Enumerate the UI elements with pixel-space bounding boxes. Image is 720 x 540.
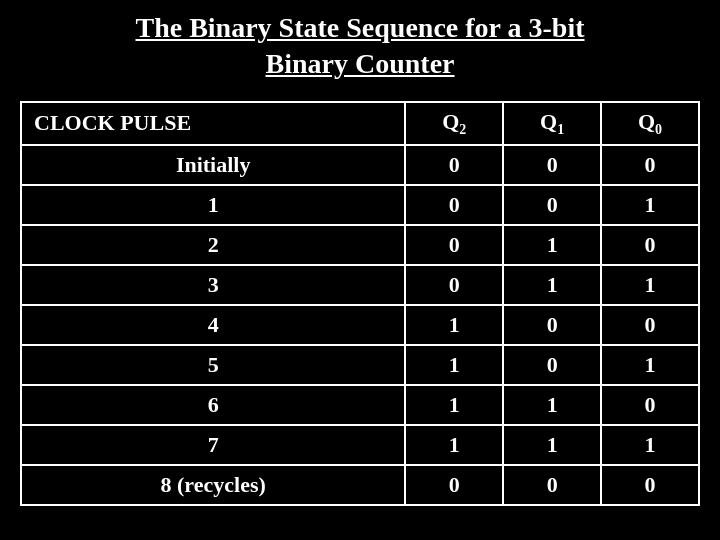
binary-counter-table: CLOCK PULSE Q2 Q1 Q0 Initially0001001201… bbox=[20, 101, 700, 506]
table-row: 5101 bbox=[21, 345, 699, 385]
col-q0-header: Q0 bbox=[601, 102, 699, 145]
cell-q0-1: 1 bbox=[601, 185, 699, 225]
cell-pulse-1: 1 bbox=[21, 185, 405, 225]
cell-q2-1: 0 bbox=[405, 185, 503, 225]
cell-q0-5: 1 bbox=[601, 345, 699, 385]
cell-q2-3: 0 bbox=[405, 265, 503, 305]
cell-q0-7: 1 bbox=[601, 425, 699, 465]
cell-q1-0: 0 bbox=[503, 145, 601, 185]
table-row: 2010 bbox=[21, 225, 699, 265]
cell-pulse-7: 7 bbox=[21, 425, 405, 465]
cell-pulse-3: 3 bbox=[21, 265, 405, 305]
cell-q2-0: 0 bbox=[405, 145, 503, 185]
cell-pulse-6: 6 bbox=[21, 385, 405, 425]
cell-q0-6: 0 bbox=[601, 385, 699, 425]
col-clock-pulse-header: CLOCK PULSE bbox=[21, 102, 405, 145]
col-q1-header: Q1 bbox=[503, 102, 601, 145]
cell-q2-7: 1 bbox=[405, 425, 503, 465]
cell-q1-8: 0 bbox=[503, 465, 601, 505]
table-row: 1001 bbox=[21, 185, 699, 225]
cell-pulse-5: 5 bbox=[21, 345, 405, 385]
cell-q2-4: 1 bbox=[405, 305, 503, 345]
cell-q1-5: 0 bbox=[503, 345, 601, 385]
cell-pulse-0: Initially bbox=[21, 145, 405, 185]
table-header-row: CLOCK PULSE Q2 Q1 Q0 bbox=[21, 102, 699, 145]
table-row: 4100 bbox=[21, 305, 699, 345]
cell-q0-3: 1 bbox=[601, 265, 699, 305]
cell-q0-0: 0 bbox=[601, 145, 699, 185]
cell-q2-6: 1 bbox=[405, 385, 503, 425]
cell-q0-4: 0 bbox=[601, 305, 699, 345]
cell-q0-2: 0 bbox=[601, 225, 699, 265]
table-row: 8 (recycles)000 bbox=[21, 465, 699, 505]
cell-pulse-2: 2 bbox=[21, 225, 405, 265]
col-q2-header: Q2 bbox=[405, 102, 503, 145]
cell-q2-2: 0 bbox=[405, 225, 503, 265]
table-row: 3011 bbox=[21, 265, 699, 305]
table-row: 7111 bbox=[21, 425, 699, 465]
cell-pulse-8: 8 (recycles) bbox=[21, 465, 405, 505]
cell-q1-3: 1 bbox=[503, 265, 601, 305]
table-row: 6110 bbox=[21, 385, 699, 425]
table-row: Initially000 bbox=[21, 145, 699, 185]
cell-q2-5: 1 bbox=[405, 345, 503, 385]
cell-q1-6: 1 bbox=[503, 385, 601, 425]
cell-q2-8: 0 bbox=[405, 465, 503, 505]
page-title: The Binary State Sequence for a 3-bit Bi… bbox=[135, 10, 584, 83]
cell-q0-8: 0 bbox=[601, 465, 699, 505]
cell-q1-4: 0 bbox=[503, 305, 601, 345]
cell-q1-7: 1 bbox=[503, 425, 601, 465]
cell-q1-1: 0 bbox=[503, 185, 601, 225]
cell-q1-2: 1 bbox=[503, 225, 601, 265]
table-container: CLOCK PULSE Q2 Q1 Q0 Initially0001001201… bbox=[20, 101, 700, 506]
cell-pulse-4: 4 bbox=[21, 305, 405, 345]
